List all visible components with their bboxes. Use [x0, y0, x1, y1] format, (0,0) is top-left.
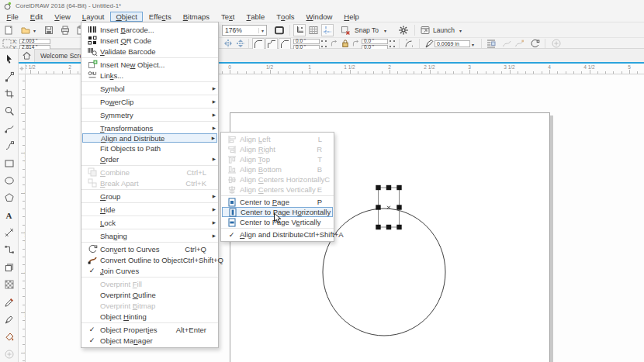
rectangle-tool[interactable] — [1, 154, 18, 171]
ruler-origin-button[interactable] — [19, 64, 26, 74]
corner-radius-field-1[interactable]: 0.0 " — [293, 39, 320, 44]
pick-tool[interactable] — [1, 50, 18, 67]
menu-item-convert-outline-to-object[interactable]: Convert Outline to ObjectCtrl+Shift+Q — [81, 254, 218, 265]
menubar-item-text[interactable]: Text — [216, 12, 241, 22]
eyedropper-tool-icon — [4, 297, 15, 308]
vertical-ruler[interactable]: 43 1/232 1/221 1/21 — [19, 74, 26, 362]
corner-radius-stepper-2[interactable] — [390, 40, 395, 48]
menubar-item-window[interactable]: Window — [300, 12, 338, 22]
menubar-item-file[interactable]: File — [1, 12, 24, 22]
add-tools-tool[interactable] — [1, 346, 18, 362]
menu-item-object-properties[interactable]: ✓Object PropertiesAlt+Enter — [81, 324, 218, 335]
text-tool[interactable]: A — [1, 207, 18, 224]
eyedropper-tool[interactable] — [1, 293, 18, 310]
menubar-item-edit[interactable]: Edit — [24, 12, 48, 22]
freehand-tool[interactable] — [1, 120, 18, 137]
zoom-tool[interactable] — [1, 102, 18, 119]
lock-ratio-icon[interactable] — [340, 38, 351, 49]
zoom-dropdown-arrow-icon[interactable]: ▾ — [258, 28, 264, 33]
submenu-item-align-and-distribute[interactable]: ✓Align and DistributeCtrl+Shift+A — [221, 229, 334, 240]
selection-handle[interactable] — [376, 225, 380, 229]
zoom-level-combo[interactable]: 176% ▾ — [222, 25, 267, 36]
wrap-text-icon[interactable] — [486, 38, 497, 49]
corner-link-icon[interactable] — [329, 38, 338, 49]
selection-handle[interactable] — [396, 185, 401, 190]
menubar-item-help[interactable]: Help — [338, 12, 365, 22]
menu-item-order[interactable]: Order▶ — [81, 153, 218, 164]
fullscreen-preview-icon[interactable] — [273, 24, 286, 36]
drop-shadow-tool[interactable] — [1, 259, 18, 276]
menu-item-group[interactable]: Group▶ — [81, 191, 218, 202]
mirror-horizontal-icon[interactable] — [223, 38, 234, 49]
menubar-item-object[interactable]: Object — [110, 12, 143, 22]
submenu-item-align-top: Align TopT — [221, 154, 334, 164]
menu-item-insert-qr-code[interactable]: Insert QR Code — [81, 35, 218, 46]
options-gear-icon[interactable] — [397, 24, 410, 36]
connector-tool[interactable] — [1, 241, 18, 258]
mirror-vertical-icon[interactable] — [235, 38, 246, 49]
new-document-icon[interactable] — [2, 24, 15, 36]
x-position-field[interactable]: 2.003 " — [19, 39, 50, 44]
corner-radius-field-3[interactable]: 0.0 " — [362, 39, 388, 44]
show-grid-icon[interactable] — [307, 24, 320, 36]
menu-item-object-hinting[interactable]: Object Hinting — [81, 311, 218, 322]
menu-item-powerclip[interactable]: PowerClip▶ — [81, 96, 218, 107]
menu-item-symmetry[interactable]: Symmetry▶ — [81, 109, 218, 120]
menu-item-shaping[interactable]: Shaping▶ — [81, 230, 218, 241]
menu-item-insert-barcode[interactable]: Insert Barcode... — [81, 24, 218, 35]
ellipse-tool[interactable] — [1, 172, 18, 189]
corner-link2-icon[interactable] — [351, 38, 360, 49]
menu-item-convert-to-curves[interactable]: Convert to CurvesCtrl+Q — [81, 243, 218, 254]
menu-item-links[interactable]: Links... — [81, 70, 218, 81]
bezier-tool[interactable] — [1, 137, 18, 154]
launch-icon[interactable] — [419, 24, 431, 36]
outline-width-field[interactable]: 0.0069 in — [435, 40, 470, 47]
snap-to-label[interactable]: Snap To — [355, 26, 379, 34]
h-ruler-label: 2 — [68, 64, 71, 70]
menu-item-validate-barcode[interactable]: Validate Barcode — [81, 46, 218, 57]
menu-item-symbol[interactable]: Symbol▶ — [81, 83, 218, 94]
snap-off-icon[interactable] — [339, 24, 351, 36]
menu-item-hide[interactable]: Hide▶ — [81, 204, 218, 215]
dimension-tool[interactable] — [1, 224, 18, 241]
menubar-item-view[interactable]: View — [49, 12, 77, 22]
selection-handle[interactable] — [396, 225, 401, 229]
outline-pen-tool[interactable] — [1, 311, 18, 328]
menubar-item-bitmaps[interactable]: Bitmaps — [177, 12, 215, 22]
submenu-item-center-to-page[interactable]: Center to PageP — [221, 197, 334, 207]
menubar-item-layout[interactable]: Layout — [76, 12, 110, 22]
selection-handle[interactable] — [386, 225, 391, 229]
print-icon[interactable] — [59, 24, 71, 36]
show-rulers-icon[interactable] — [293, 24, 306, 36]
outline-width-dropdown-arrow-icon[interactable]: ▾ — [472, 42, 474, 47]
show-guidelines-icon[interactable] — [321, 24, 334, 36]
menu-item-object-manager[interactable]: ✓Object Manager — [81, 335, 218, 346]
selection-handle[interactable] — [376, 205, 380, 209]
corner-radius-stepper[interactable] — [321, 40, 327, 48]
menu-item-overprint-outline[interactable]: Overprint Outline — [81, 289, 218, 300]
convert-to-curves-icon[interactable] — [529, 38, 540, 49]
menu-item-transformations[interactable]: Transformations▶ — [81, 122, 218, 133]
open-document-icon[interactable] — [19, 24, 32, 36]
shape-tool[interactable] — [1, 67, 18, 84]
smart-fill-tool[interactable] — [1, 328, 18, 345]
menu-item-align-and-distribute[interactable]: Align and Distribute▶ — [82, 133, 217, 143]
submenu-arrow-icon: ▶ — [209, 112, 216, 117]
polygon-tool[interactable] — [1, 189, 18, 206]
menu-item-insert-new-object[interactable]: Insert New Object... — [81, 59, 218, 70]
menubar-item-tools[interactable]: Tools — [271, 12, 300, 22]
save-icon[interactable] — [43, 24, 55, 36]
menubar-item-table[interactable]: Table — [241, 12, 271, 22]
menu-item-join-curves[interactable]: ✓Join Curves — [81, 265, 218, 276]
launch-label[interactable]: Launch — [433, 26, 455, 34]
menu-item-lock[interactable]: Lock▶ — [81, 217, 218, 228]
selection-handle[interactable] — [386, 185, 391, 190]
selection-handle[interactable] — [376, 185, 380, 190]
crop-tool[interactable] — [1, 85, 18, 102]
selection-handle[interactable] — [396, 205, 401, 209]
menubar-item-effects[interactable]: Effects — [143, 12, 177, 22]
home-icon[interactable] — [22, 50, 32, 60]
transparency-tool[interactable] — [1, 276, 18, 293]
fillet-chamfer-icon[interactable] — [403, 38, 414, 49]
menu-item-fit-objects-to-path[interactable]: Fit Objects to Path — [81, 143, 218, 153]
